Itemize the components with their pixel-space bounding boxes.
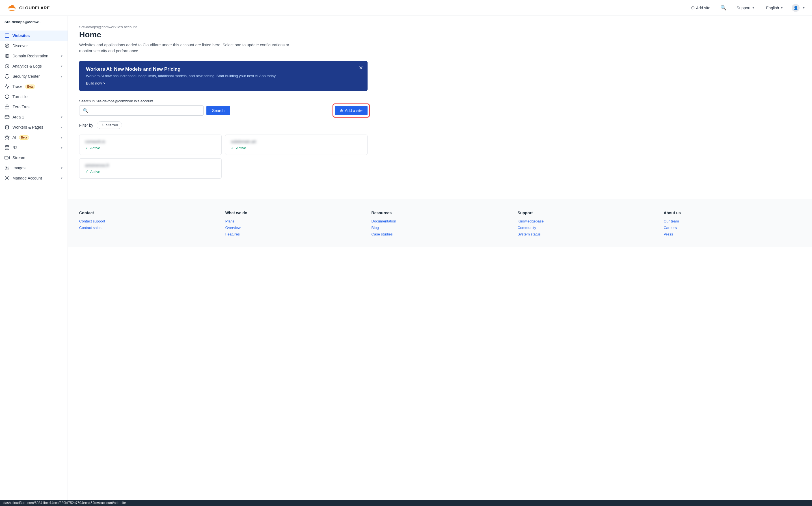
domain-registration-icon <box>5 54 10 59</box>
sidebar-item-trace[interactable]: TraceBeta <box>0 81 68 92</box>
footer: ContactContact supportContact salesWhat … <box>68 199 812 247</box>
sidebar-item-manage-account[interactable]: Manage Account▼ <box>0 173 68 183</box>
sidebar-account-name: Sre-devops@comw... <box>0 16 68 28</box>
sidebar-label-workers-pages: Workers & Pages <box>12 125 43 130</box>
svg-point-18 <box>6 167 6 167</box>
footer-link-overview[interactable]: Overview <box>225 226 362 230</box>
footer-link-case-studies[interactable]: Case studies <box>372 232 509 236</box>
svg-rect-11 <box>5 106 9 109</box>
site-name: comwork.io <box>85 139 216 144</box>
site-card-1[interactable]: subdomain.art✓Active <box>225 135 368 155</box>
footer-col-contact: ContactContact supportContact sales <box>79 210 216 239</box>
sidebar-label-r2: R2 <box>12 145 17 150</box>
sidebar-item-security-center[interactable]: Security Center▼ <box>0 71 68 81</box>
sidebar-item-workers-pages[interactable]: Workers & Pages▼ <box>0 122 68 132</box>
footer-col-resources: ResourcesDocumentationBlogCase studies <box>372 210 509 239</box>
sidebar-label-ai: AI <box>12 135 16 140</box>
footer-link-blog[interactable]: Blog <box>372 226 509 230</box>
footer-link-contact-support[interactable]: Contact support <box>79 219 216 223</box>
beta-badge: Beta <box>25 85 35 89</box>
analytics-logs-icon <box>5 64 10 69</box>
sidebar-item-zero-trust[interactable]: Zero Trust <box>0 102 68 112</box>
status-check-icon: ✓ <box>231 146 234 150</box>
sidebar-item-r2[interactable]: R2▼ <box>0 143 68 153</box>
footer-link-press[interactable]: Press <box>664 232 801 236</box>
footer-link-contact-sales[interactable]: Contact sales <box>79 226 216 230</box>
sidebar-item-domain-registration[interactable]: Domain Registration▼ <box>0 51 68 61</box>
site-name: subdomain.art <box>231 139 361 144</box>
star-icon: ☆ <box>101 123 104 127</box>
add-site-plus-icon: ⊕ <box>340 108 343 113</box>
page-title: Home <box>79 30 368 39</box>
user-avatar-button[interactable]: 👤 <box>792 4 800 12</box>
footer-link-plans[interactable]: Plans <box>225 219 362 223</box>
footer-link-our-team[interactable]: Our team <box>664 219 801 223</box>
websites-icon <box>5 33 10 38</box>
sidebar-item-analytics-logs[interactable]: Analytics & Logs▼ <box>0 61 68 71</box>
banner-close-button[interactable]: ✕ <box>359 65 363 71</box>
language-dropdown-arrow: ▼ <box>780 6 783 9</box>
sidebar-item-images[interactable]: Images▼ <box>0 163 68 173</box>
status-url: dash.cloudflare.com/69341bce14ccaf389bf7… <box>3 501 126 505</box>
search-label: Search in Sre-devops@comwork.io's accoun… <box>79 99 368 103</box>
top-nav-actions: ⊕ Add site 🔍 Support ▼ English ▼ 👤 ▼ <box>688 3 805 12</box>
footer-link-features[interactable]: Features <box>225 232 362 236</box>
support-nav-button[interactable]: Support ▼ <box>734 4 757 12</box>
sidebar-item-ai[interactable]: AIBeta▼ <box>0 132 68 143</box>
footer-col-title: Support <box>517 210 654 215</box>
logo-area: CLOUDFLARE <box>7 3 58 13</box>
r2-chevron-icon: ▼ <box>60 146 63 149</box>
search-input[interactable] <box>90 108 200 113</box>
content-inner: Sre-devops@comwork.io's account Home Web… <box>68 16 379 188</box>
sidebar-item-stream[interactable]: Stream <box>0 153 68 163</box>
user-dropdown-arrow: ▼ <box>802 6 805 9</box>
add-site-nav-button[interactable]: ⊕ Add site <box>688 3 713 12</box>
footer-col-title: Contact <box>79 210 216 215</box>
site-status: ✓Active <box>85 146 216 150</box>
status-check-icon: ✓ <box>85 169 88 174</box>
footer-col-what-we-do: What we doPlansOverviewFeatures <box>225 210 362 239</box>
security-center-chevron-icon: ▼ <box>60 75 63 78</box>
status-text: Active <box>236 146 246 150</box>
sidebar-item-area1[interactable]: Area 1▼ <box>0 112 68 122</box>
banner-description: Workers AI now has increased usage limit… <box>86 74 361 78</box>
sidebar-item-turnstile[interactable]: Turnstile <box>0 92 68 102</box>
plus-circle-icon: ⊕ <box>691 5 695 10</box>
security-center-icon <box>5 74 10 79</box>
top-nav: CLOUDFLARE ⊕ Add site 🔍 Support ▼ Englis… <box>0 0 812 16</box>
sidebar-nav: WebsitesDiscoverDomain Registration▼Anal… <box>0 28 68 506</box>
starred-filter-chip[interactable]: ☆ Starred <box>97 121 123 129</box>
svg-point-7 <box>5 44 9 48</box>
site-card-2[interactable]: antoineross.fr✓Active <box>79 158 222 179</box>
sidebar-item-discover[interactable]: Discover <box>0 41 68 51</box>
search-button[interactable]: Search <box>207 106 230 115</box>
svg-marker-13 <box>5 125 9 128</box>
sidebar-label-turnstile: Turnstile <box>12 94 27 99</box>
footer-link-community[interactable]: Community <box>517 226 654 230</box>
manage-account-icon <box>5 176 10 181</box>
footer-col-support: SupportKnowledgebaseCommunitySystem stat… <box>517 210 654 239</box>
page-account-label: Sre-devops@comwork.io's account <box>79 25 368 29</box>
svg-point-19 <box>6 177 8 179</box>
filter-by-label: Filter by <box>79 123 93 128</box>
sidebar-item-websites[interactable]: Websites <box>0 30 68 41</box>
site-card-0[interactable]: comwork.io✓Active <box>79 135 222 155</box>
search-nav-icon[interactable]: 🔍 <box>719 3 728 12</box>
sidebar: Sre-devops@comw... WebsitesDiscoverDomai… <box>0 16 68 506</box>
search-row: 🔍 Search ⊕ Add a site <box>79 105 368 115</box>
workers-pages-icon <box>5 125 10 130</box>
footer-link-knowledgebase[interactable]: Knowledgebase <box>517 219 654 223</box>
footer-col-title: Resources <box>372 210 509 215</box>
logo-text: CLOUDFLARE <box>19 5 50 10</box>
footer-link-system-status[interactable]: System status <box>517 232 654 236</box>
footer-col-about-us: About usOur teamCareersPress <box>664 210 801 239</box>
status-text: Active <box>90 170 100 174</box>
language-nav-button[interactable]: English ▼ <box>763 4 786 12</box>
footer-link-careers[interactable]: Careers <box>664 226 801 230</box>
site-name: antoineross.fr <box>85 163 216 168</box>
add-site-button[interactable]: ⊕ Add a site <box>335 106 368 115</box>
svg-marker-15 <box>8 157 9 159</box>
footer-link-documentation[interactable]: Documentation <box>372 219 509 223</box>
banner-build-link[interactable]: Build now > <box>86 81 105 85</box>
site-status: ✓Active <box>85 169 216 174</box>
